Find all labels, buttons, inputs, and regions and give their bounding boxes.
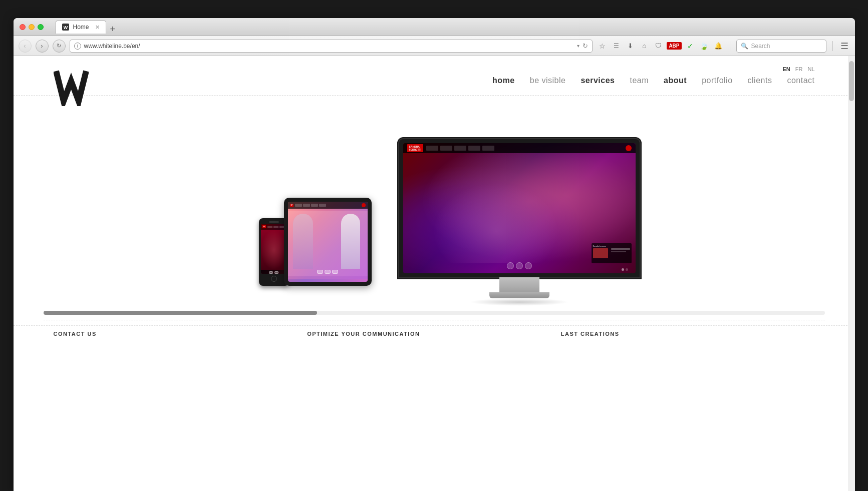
url-text: www.whiteline.be/en/ (84, 43, 574, 50)
tablet-content (288, 209, 368, 279)
shield-icon[interactable]: 🛡 (653, 41, 664, 52)
forward-button[interactable]: › (36, 40, 49, 53)
monitor-display-inner: SANDRAFERRETTI (403, 143, 636, 273)
tablet-nav: SF (288, 202, 368, 209)
nav-home[interactable]: home (492, 76, 515, 85)
search-bar[interactable]: 🔍 Search (736, 40, 826, 53)
footer-sections: CONTACT US OPTIMIZE YOUR COMMUNICATION L… (14, 325, 855, 337)
nav-team[interactable]: team (630, 76, 649, 85)
menu-icon[interactable]: ☰ (839, 41, 850, 52)
footer-col-creations: LAST CREATIONS (561, 331, 815, 337)
nav-clients[interactable]: clients (748, 76, 772, 85)
monitor-display: SANDRAFERRETTI (403, 143, 636, 273)
nav-about[interactable]: about (664, 76, 687, 85)
nav-contact[interactable]: contact (787, 76, 814, 85)
footer-optimize-title: OPTIMIZE YOUR COMMUNICATION (307, 331, 541, 337)
footer-contact-title: CONTACT US (54, 331, 287, 337)
back-button[interactable]: ‹ (19, 40, 32, 53)
tablet-nav-links (295, 204, 326, 207)
footer-col-contact: CONTACT US (54, 331, 308, 337)
yellow-icon[interactable]: 🍃 (699, 41, 710, 52)
scrollbar-thumb[interactable] (849, 61, 854, 101)
refresh-button[interactable]: ↻ (53, 40, 66, 53)
nav-services[interactable]: services (581, 76, 615, 85)
active-tab[interactable]: W Home ✕ (56, 21, 106, 34)
address-bar[interactable]: i www.whiteline.be/en/ ▾ ↻ (70, 40, 593, 53)
close-button[interactable] (20, 24, 26, 30)
maximize-button[interactable] (38, 24, 44, 30)
monitor-news-widget: Sandra's news (592, 243, 632, 263)
bookmark-star-icon[interactable]: ☆ (597, 41, 608, 52)
download-icon[interactable]: ⬇ (625, 41, 636, 52)
abp-badge[interactable]: ABP (667, 42, 681, 50)
monitor-shadow (469, 298, 569, 306)
site-header: EN FR NL home be visible services team a… (14, 56, 855, 96)
scrollbar-track[interactable] (848, 56, 855, 491)
lang-fr[interactable]: FR (795, 66, 803, 72)
scroll-progress-bar[interactable] (44, 311, 825, 315)
section-divider (44, 320, 825, 320)
footer-creations-title: LAST CREATIONS (561, 331, 795, 337)
nav-portfolio[interactable]: portfolio (702, 76, 732, 85)
home-icon[interactable]: ⌂ (639, 41, 650, 52)
minimize-button[interactable] (29, 24, 35, 30)
reading-list-icon[interactable]: ☰ (611, 41, 622, 52)
search-placeholder: Search (751, 43, 770, 50)
tab-close-button[interactable]: ✕ (95, 24, 100, 31)
svg-text:W: W (63, 25, 68, 30)
phone-speaker (269, 221, 279, 223)
tab-title: Home (73, 24, 89, 31)
main-nav: home be visible services team about port… (492, 76, 814, 85)
tab-favicon: W (62, 24, 69, 31)
monitor-mockup: SANDRAFERRETTI (399, 139, 640, 306)
lang-en[interactable]: EN (782, 66, 790, 72)
footer-col-optimize: OPTIMIZE YOUR COMMUNICATION (307, 331, 561, 337)
monitor-stand (499, 277, 539, 292)
monitor-screen: SANDRAFERRETTI (399, 139, 640, 277)
tablet-screen: SF (288, 202, 368, 282)
address-dropdown[interactable]: ▾ (577, 43, 580, 49)
phone-screen: SF (261, 224, 287, 274)
nav-area: EN FR NL home be visible services team a… (492, 66, 814, 85)
reload-icon[interactable]: ↻ (583, 42, 588, 50)
monitor-nav-links (426, 146, 494, 151)
yellow-bell-icon[interactable]: 🔔 (713, 41, 724, 52)
nav-be-visible[interactable]: be visible (530, 76, 566, 85)
lang-switcher: EN FR NL (782, 66, 814, 72)
monitor-base (489, 292, 549, 298)
security-icon: i (74, 43, 81, 50)
search-icon: 🔍 (741, 43, 748, 50)
lang-nl[interactable]: NL (807, 66, 814, 72)
new-tab-button[interactable]: + (110, 25, 116, 34)
devices-mockup: SF (259, 106, 610, 306)
hero-section: SF (14, 96, 855, 311)
monitor-site-nav: SANDRAFERRETTI (403, 143, 636, 153)
phone-home-button (271, 276, 277, 282)
tablet-logo: SF (290, 204, 294, 207)
monitor-site-logo: SANDRAFERRETTI (407, 144, 423, 152)
tablet-mockup: SF (284, 198, 372, 286)
green-check-icon[interactable]: ✓ (685, 41, 696, 52)
